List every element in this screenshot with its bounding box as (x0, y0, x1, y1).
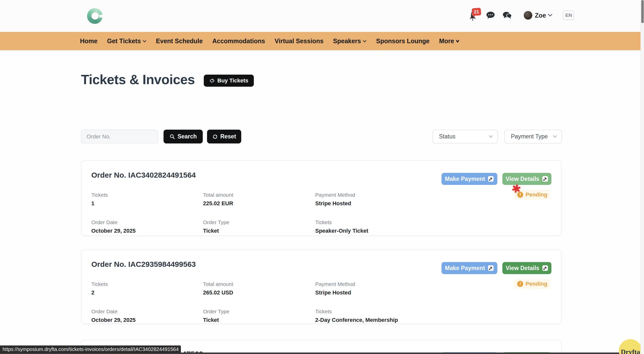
scrollbar-track[interactable] (640, 0, 644, 354)
field-value: Stripe Hosted (315, 289, 398, 296)
top-header: 21 Zoe EN (0, 0, 644, 32)
pending-icon: ! (517, 192, 523, 198)
nav-label: Speakers (333, 37, 361, 45)
field-ticket-names: Tickets 2-Day Conference, Membership (315, 309, 398, 323)
dryfta-badge[interactable]: Dryfta (619, 339, 642, 354)
field-value: 2 (91, 289, 203, 296)
field-ticket-names: Tickets Speaker-Only Ticket (315, 219, 368, 234)
order-fields: Tickets 1 Total amount 225.02 EUR Paymen… (91, 192, 368, 234)
field-payment-method: Payment Method Stripe Hosted (315, 192, 368, 207)
nav-item-sponsors-lounge[interactable]: Sponsors Lounge (376, 37, 430, 45)
user-menu[interactable]: Zoe (524, 11, 552, 20)
make-payment-button[interactable]: Make Payment (441, 262, 497, 274)
refresh-icon (212, 134, 218, 139)
chevron-down-icon (143, 40, 146, 42)
main-nav: Home Get Tickets Event Schedule Accommod… (0, 32, 644, 50)
browser-link-preview: https://symposium.dryfta.com/tickets-inv… (0, 345, 181, 353)
field-total-amount: Total amount 225.02 EUR (203, 192, 315, 207)
field-order-type: Order Type Ticket (203, 309, 315, 323)
dryfta-badge-label: Dryfta (621, 348, 640, 354)
payment-type-select[interactable]: Payment Type (504, 130, 562, 143)
make-payment-label: Make Payment (445, 176, 485, 182)
chevron-down-icon (363, 40, 367, 42)
nav-label: Sponsors Lounge (376, 37, 430, 45)
view-details-button[interactable]: View Details (502, 173, 551, 185)
order-number-heading: Order No. IAC3402824491564 (91, 171, 196, 179)
screen: 21 Zoe EN (0, 0, 644, 354)
header-actions: 21 Zoe EN (468, 9, 574, 22)
field-label: Total amount (203, 281, 315, 287)
nav-item-get-tickets[interactable]: Get Tickets (107, 37, 146, 45)
page-title: Tickets & Invoices (81, 72, 195, 87)
reset-label: Reset (220, 133, 236, 140)
external-link-icon (542, 265, 548, 271)
order-no-input[interactable] (81, 130, 158, 143)
chevron-down-icon (548, 14, 552, 17)
order-card: Order No. IAC3402824491564 Make Payment … (81, 160, 562, 236)
nav-label: Get Tickets (107, 37, 141, 45)
external-link-icon (542, 176, 548, 182)
field-label: Tickets (91, 192, 203, 198)
field-label: Payment Method (315, 192, 368, 198)
field-label: Tickets (315, 219, 368, 225)
search-icon (170, 134, 175, 139)
field-value: October 29, 2025 (91, 228, 203, 234)
order-fields: Tickets 2 Total amount 265.02 USD Paymen… (91, 281, 398, 323)
field-label: Order Date (91, 219, 203, 225)
field-value: 265.02 USD (203, 289, 315, 296)
status-badge: ! Pending (514, 279, 550, 289)
status-badge: ! Pending (514, 190, 550, 199)
field-order-date: Order Date October 29, 2025 (91, 309, 203, 323)
nav-item-home[interactable]: Home (80, 37, 97, 45)
field-value: Ticket (203, 317, 315, 323)
make-payment-button[interactable]: Make Payment (441, 173, 497, 185)
status-text: Pending (526, 191, 547, 198)
buy-tickets-button[interactable]: Buy Tickets (204, 75, 254, 87)
payment-type-select-label: Payment Type (511, 133, 548, 140)
make-payment-label: Make Payment (445, 265, 485, 272)
nav-item-more[interactable]: More (439, 37, 460, 45)
field-total-amount: Total amount 265.02 USD (203, 281, 315, 296)
nav-item-virtual-sessions[interactable]: Virtual Sessions (275, 37, 324, 45)
search-button[interactable]: Search (164, 130, 203, 143)
field-value: 2-Day Conference, Membership (315, 317, 398, 323)
chat-dots-icon[interactable] (486, 11, 496, 20)
nav-label: Virtual Sessions (275, 37, 324, 45)
field-value: Ticket (203, 228, 315, 234)
ticket-icon (209, 78, 215, 83)
announcements-button[interactable]: 21 (468, 9, 479, 22)
nav-item-event-schedule[interactable]: Event Schedule (156, 37, 203, 45)
nav-item-speakers[interactable]: Speakers (333, 37, 367, 45)
nav-item-accommodations[interactable]: Accommodations (212, 37, 265, 45)
messages-icon[interactable] (502, 11, 512, 20)
field-order-type: Order Type Ticket (203, 219, 315, 234)
field-payment-method: Payment Method Stripe Hosted (315, 281, 398, 296)
field-value: 1 (91, 200, 203, 207)
field-value: October 29, 2025 (91, 317, 203, 323)
chevron-down-icon (489, 135, 493, 138)
buy-tickets-label: Buy Tickets (217, 77, 248, 84)
field-tickets-count: Tickets 2 (91, 281, 203, 296)
brand-logo[interactable] (87, 8, 103, 24)
user-name: Zoe (535, 12, 546, 19)
user-avatar (524, 11, 532, 20)
double-chevron-down-icon (456, 40, 459, 43)
view-details-label: View Details (506, 265, 539, 272)
status-select-label: Status (439, 133, 455, 140)
order-number-heading: Order No. IAC2935984499563 (91, 260, 196, 269)
language-button[interactable]: EN (563, 11, 574, 20)
field-tickets-count: Tickets 1 (91, 192, 203, 207)
field-label: Order Type (203, 309, 315, 315)
field-value: Stripe Hosted (315, 200, 368, 207)
status-text: Pending (526, 281, 547, 287)
view-details-button[interactable]: View Details (502, 262, 551, 274)
scrollbar-thumb[interactable] (641, 0, 644, 23)
external-link-icon (488, 176, 494, 182)
view-details-label: View Details (506, 176, 539, 182)
field-label: Total amount (203, 192, 315, 198)
nav-label: Accommodations (212, 37, 265, 45)
notification-count-badge: 21 (472, 8, 481, 16)
nav-label: More (439, 37, 454, 45)
status-select[interactable]: Status (432, 130, 498, 143)
reset-button[interactable]: Reset (207, 130, 241, 143)
